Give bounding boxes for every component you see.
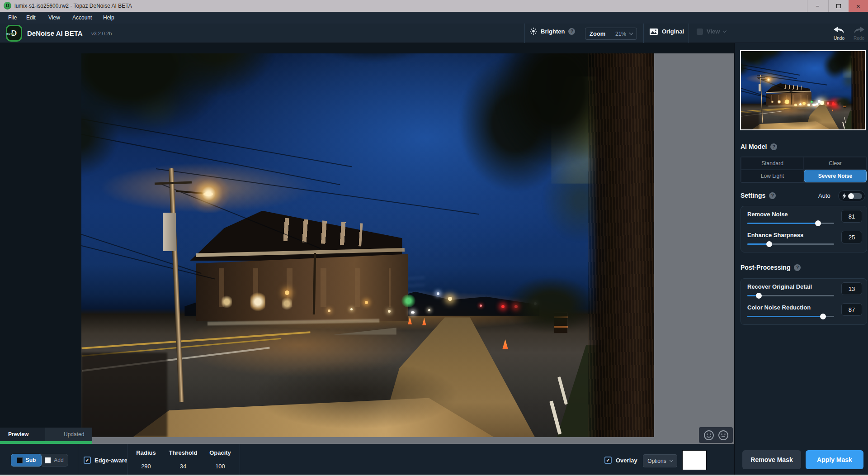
photo-traffic-cone — [408, 317, 412, 324]
undo-button[interactable]: Undo — [832, 27, 846, 41]
photo-path-marking — [842, 122, 845, 129]
threshold-value: 34 — [163, 463, 203, 470]
header-divider — [643, 24, 644, 43]
ai-model-help-icon[interactable]: ? — [770, 143, 777, 150]
photo-dark-corner — [81, 352, 167, 437]
remove-mask-button[interactable]: Remove Mask — [742, 450, 801, 469]
chevron-down-icon — [669, 458, 673, 462]
photo-viewport[interactable] — [81, 53, 654, 437]
apply-mask-button[interactable]: Apply Mask — [806, 450, 863, 469]
auto-label: Auto — [818, 192, 830, 199]
radius-param[interactable]: Radius 290 — [126, 444, 166, 476]
black-swatch-icon — [17, 457, 23, 463]
overlay-control: ✓ Overlay — [604, 457, 637, 464]
menu-account[interactable]: Account — [72, 14, 92, 21]
canvas-gutter-right — [654, 53, 734, 444]
settings-help-icon[interactable]: ? — [769, 192, 776, 199]
slider-knob[interactable] — [815, 220, 821, 226]
model-standard-button[interactable]: Standard — [741, 157, 804, 170]
menu-file[interactable]: File — [8, 14, 17, 21]
lightning-icon — [842, 193, 846, 199]
view-icon — [697, 29, 703, 35]
slider-knob[interactable] — [766, 241, 772, 247]
zoom-value: 21% — [615, 31, 626, 37]
minimize-button[interactable]: – — [807, 0, 827, 12]
image-canvas-area: Preview Updated Sub Add — [0, 43, 734, 476]
night-street-photo — [81, 53, 654, 437]
neutral-face-icon[interactable] — [718, 430, 729, 441]
navigator-thumbnail[interactable] — [740, 50, 866, 130]
remove-noise-label: Remove Noise — [747, 211, 788, 218]
window-titlebar: D lumix-s1-iso25600.rw2 - Topaz DeNoise … — [0, 0, 868, 12]
recover-detail-value[interactable]: 13 — [841, 282, 862, 295]
preview-tabs: Preview Updated — [0, 428, 92, 441]
photo-traffic-cone — [832, 109, 833, 111]
photo-bushes — [833, 96, 853, 108]
photo-light — [807, 104, 810, 106]
photo-tree-branches — [788, 51, 820, 57]
add-brush-button[interactable]: Add — [40, 454, 68, 466]
maximize-button[interactable] — [828, 0, 849, 12]
photo-door-glow — [250, 291, 265, 313]
slider-knob[interactable] — [820, 314, 826, 319]
photo-median — [796, 107, 809, 109]
enhance-sharpness-label: Enhance Sharpness — [747, 232, 803, 238]
overlay-checkbox[interactable]: ✓ — [604, 457, 612, 464]
photo-door-glow — [778, 100, 781, 104]
close-button[interactable]: × — [849, 0, 868, 12]
post-processing-card: Recover Original Detail 13 Color Noise R… — [741, 278, 867, 325]
post-processing-help-icon[interactable]: ? — [794, 264, 801, 271]
photo-tree-trunk — [588, 53, 654, 437]
enhance-sharpness-value[interactable]: 25 — [841, 231, 862, 243]
maximize-icon — [836, 4, 841, 8]
options-dropdown-button[interactable]: Options — [643, 454, 677, 467]
color-noise-value[interactable]: 87 — [841, 303, 862, 316]
brighten-help-icon[interactable]: ? — [568, 28, 575, 35]
happy-face-icon[interactable] — [703, 430, 714, 441]
photo-window-glow — [771, 100, 774, 103]
menu-help[interactable]: Help — [103, 14, 114, 21]
photo-powerline — [81, 245, 215, 280]
sun-icon — [530, 28, 537, 35]
remove-noise-value[interactable]: 81 — [841, 210, 862, 223]
photo-tree-topleft — [81, 53, 288, 214]
auto-toggle[interactable] — [838, 190, 865, 201]
brighten-button[interactable]: Brighten ? — [530, 28, 575, 35]
threshold-param[interactable]: Threshold 34 — [163, 444, 203, 476]
photo-pole-transformer — [163, 213, 176, 251]
model-severe-noise-button[interactable]: Severe Noise — [804, 170, 867, 182]
edge-aware-checkbox[interactable]: ✓ — [84, 457, 91, 464]
redo-button[interactable]: Redo — [852, 27, 866, 41]
ai-model-grid: Standard Clear Low Light Severe Noise — [741, 157, 867, 183]
mask-toolbar: Sub Add ✓ Edge-aware Radius 290 Threshol… — [0, 444, 734, 476]
zoom-control[interactable]: Zoom 21% — [585, 28, 637, 40]
photo-median — [333, 328, 396, 334]
remove-noise-slider[interactable] — [747, 223, 834, 224]
color-noise-label: Color Noise Reduction — [747, 304, 811, 311]
photo-path-marking — [557, 376, 568, 405]
menu-view[interactable]: View — [48, 14, 60, 21]
color-noise-slider[interactable] — [747, 316, 834, 317]
tab-preview[interactable]: Preview — [8, 431, 28, 438]
settings-section-title: Settings ? — [741, 192, 776, 199]
photo-traffic-light-red — [501, 305, 505, 308]
model-clear-button[interactable]: Clear — [804, 157, 867, 170]
photo-green-lit-tree — [401, 295, 416, 308]
radius-value: 290 — [126, 463, 166, 470]
mask-color-swatch[interactable] — [682, 450, 707, 470]
slider-knob[interactable] — [756, 293, 762, 299]
photo-tree-shadow — [778, 114, 823, 128]
model-low-light-button[interactable]: Low Light — [741, 170, 804, 182]
subtract-brush-button[interactable]: Sub — [11, 454, 42, 466]
menu-edit[interactable]: Edit — [26, 14, 36, 21]
undo-icon — [833, 27, 845, 33]
photo-bushes — [505, 276, 597, 333]
photo-tree-branches — [299, 53, 448, 84]
view-dropdown-disabled[interactable]: View — [697, 28, 726, 35]
opacity-param[interactable]: Opacity 100 — [200, 444, 241, 476]
app-title: DeNoise AI BETA — [27, 29, 83, 37]
enhance-sharpness-slider[interactable] — [747, 243, 834, 245]
close-icon: × — [856, 2, 860, 10]
original-toggle-button[interactable]: Original — [650, 28, 684, 35]
recover-detail-slider[interactable] — [747, 295, 834, 296]
